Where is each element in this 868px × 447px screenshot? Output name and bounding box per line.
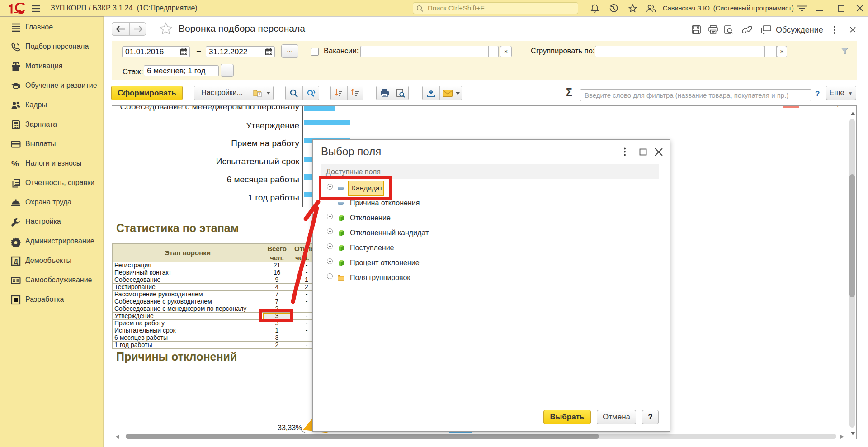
svg-text:Д: Д — [14, 258, 18, 265]
svg-text:%: % — [11, 159, 19, 168]
